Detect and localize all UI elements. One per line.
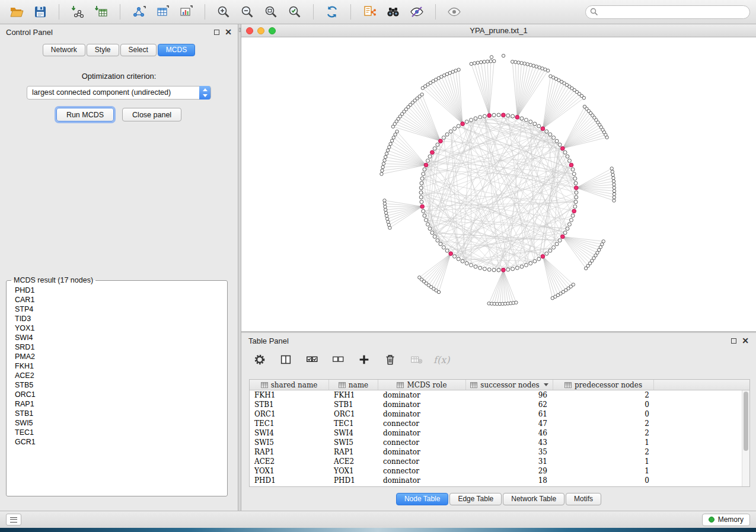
table-row[interactable]: SWI4SWI4dominator462 — [250, 428, 742, 438]
task-history-button[interactable] — [6, 514, 21, 525]
network-graph[interactable] — [241, 37, 756, 332]
mcds-result-item[interactable]: FKH1 — [8, 361, 226, 371]
show-columns-button[interactable] — [277, 351, 295, 368]
column-header-MCDS-role[interactable]: MCDS role — [378, 380, 466, 390]
mcds-result-item[interactable]: SWI4 — [8, 333, 226, 342]
zoom-selected-button[interactable] — [284, 2, 305, 21]
select-all-button[interactable] — [303, 351, 321, 368]
function-builder-icon[interactable]: f(x) — [433, 354, 449, 366]
hide-eye-button[interactable] — [406, 2, 428, 21]
float-table-panel-icon[interactable] — [731, 338, 736, 344]
mcds-result-item[interactable]: TEC1 — [8, 428, 226, 437]
close-table-panel-icon[interactable]: ✕ — [742, 338, 749, 344]
table-cell-successors: 47 — [466, 419, 553, 428]
table-cell-shared_name: FKH1 — [250, 390, 329, 400]
zoom-fit-button[interactable] — [260, 2, 282, 21]
network-canvas[interactable] — [241, 37, 756, 331]
tab-style[interactable]: Style — [87, 44, 119, 56]
table-row[interactable]: RAP1RAP1dominator352 — [250, 447, 742, 457]
import-network-button[interactable] — [67, 2, 88, 21]
open-session-button[interactable] — [6, 2, 27, 21]
table-row[interactable]: YOX1YOX1connector291 — [250, 466, 742, 476]
mcds-result-item[interactable]: CAR1 — [8, 295, 226, 305]
zoom-in-button[interactable] — [213, 2, 234, 21]
deselect-all-button[interactable] — [329, 351, 347, 368]
mcds-result-item[interactable]: PHD1 — [8, 286, 226, 295]
network-window-title: YPA_prune.txt_1 — [241, 26, 756, 35]
run-mcds-button[interactable]: Run MCDS — [56, 108, 114, 121]
close-panel-icon[interactable]: ✕ — [225, 30, 232, 35]
mcds-result-item[interactable]: ACE2 — [8, 371, 226, 380]
optimization-criterion-select[interactable]: largest connected component (undirected) — [27, 86, 211, 100]
search-box — [585, 5, 750, 19]
import-table-button[interactable] — [91, 2, 112, 21]
export-table-button[interactable] — [152, 2, 173, 21]
tab-mcds[interactable]: MCDS — [158, 44, 195, 56]
desktop-wallpaper-strip — [0, 528, 756, 532]
tab-select[interactable]: Select — [120, 44, 157, 56]
table-cell-predecessors: 2 — [553, 447, 654, 457]
close-panel-button[interactable]: Close panel — [122, 108, 181, 121]
mcds-result-item[interactable]: SRD1 — [8, 342, 226, 352]
table-row[interactable]: ORC1ORC1dominator610 — [250, 409, 742, 419]
table-settings-button[interactable] — [251, 351, 269, 368]
tab-motifs[interactable]: Motifs — [566, 493, 601, 505]
mcds-result-list[interactable]: PHD1CAR1STP4TID3YOX1SWI4SRD1PMA2FKH1ACE2… — [8, 286, 226, 495]
scrollbar-thumb[interactable] — [744, 392, 748, 451]
mcds-result-item[interactable]: STP4 — [8, 305, 226, 314]
memory-button[interactable]: Memory — [702, 514, 750, 526]
table-cell-shared_name: RAP1 — [250, 447, 329, 457]
export-image-button[interactable] — [176, 2, 197, 21]
table-toolbar: f(x) — [241, 348, 756, 371]
table-scrollbar[interactable] — [742, 390, 749, 486]
select-stepper-icon — [199, 86, 210, 100]
tab-network-table[interactable]: Network Table — [503, 493, 564, 505]
column-header-successor-nodes[interactable]: successor nodes — [466, 380, 553, 390]
table-cell-successors: 43 — [466, 438, 553, 447]
table-row[interactable]: PHD1PHD1dominator180 — [250, 476, 742, 485]
float-panel-icon[interactable] — [214, 30, 219, 35]
table-row[interactable]: FKH1FKH1dominator962 — [250, 390, 742, 400]
column-header-shared-name[interactable]: shared name — [250, 380, 329, 390]
export-network-button[interactable] — [128, 2, 149, 21]
mcds-result-item[interactable]: TID3 — [8, 314, 226, 323]
tab-network[interactable]: Network — [43, 44, 85, 56]
window-close-button[interactable] — [246, 27, 253, 34]
mcds-result-item[interactable]: STB5 — [8, 380, 226, 390]
table-cell-name: TEC1 — [329, 419, 378, 428]
delete-column-button[interactable] — [381, 351, 399, 368]
table-cell-name: SWI4 — [329, 428, 378, 438]
table-cell-successors: 18 — [466, 476, 553, 485]
refresh-button[interactable] — [321, 2, 343, 21]
table-panel-header: Table Panel ✕ — [241, 333, 756, 348]
table-cell-name: ACE2 — [329, 457, 378, 466]
mcds-result-item[interactable]: YOX1 — [8, 323, 226, 333]
mcds-result-item[interactable]: ORC1 — [8, 390, 226, 399]
window-minimize-button[interactable] — [257, 27, 264, 34]
mcds-result-item[interactable]: SWI5 — [8, 418, 226, 428]
add-column-button[interactable] — [355, 351, 373, 368]
table-row[interactable]: ACE2ACE2connector311 — [250, 457, 742, 466]
delete-table-button-disabled[interactable] — [407, 351, 425, 368]
save-session-button[interactable] — [30, 2, 51, 21]
share-document-button[interactable] — [359, 2, 380, 21]
tab-node-table[interactable]: Node Table — [396, 493, 449, 505]
window-zoom-button[interactable] — [269, 27, 276, 34]
splitter-grip-icon — [239, 28, 241, 32]
tab-edge-table[interactable]: Edge Table — [449, 493, 502, 505]
column-header-name[interactable]: name — [329, 380, 378, 390]
table-row[interactable]: SWI5SWI5connector431 — [250, 438, 742, 447]
column-header-filler — [654, 380, 749, 390]
table-cell-shared_name: SWI4 — [250, 428, 329, 438]
mcds-result-item[interactable]: RAP1 — [8, 399, 226, 409]
table-row[interactable]: STB1STB1dominator620 — [250, 400, 742, 409]
mcds-result-item[interactable]: GCR1 — [8, 437, 226, 447]
zoom-out-button[interactable] — [237, 2, 258, 21]
column-header-predecessor-nodes[interactable]: predecessor nodes — [553, 380, 654, 390]
search-input[interactable] — [585, 5, 750, 19]
binoculars-button[interactable] — [382, 2, 404, 21]
mcds-result-item[interactable]: STB1 — [8, 409, 226, 418]
mcds-result-item[interactable]: PMA2 — [8, 352, 226, 361]
show-eye-button[interactable] — [444, 2, 465, 21]
table-row[interactable]: TEC1TEC1connector472 — [250, 419, 742, 428]
